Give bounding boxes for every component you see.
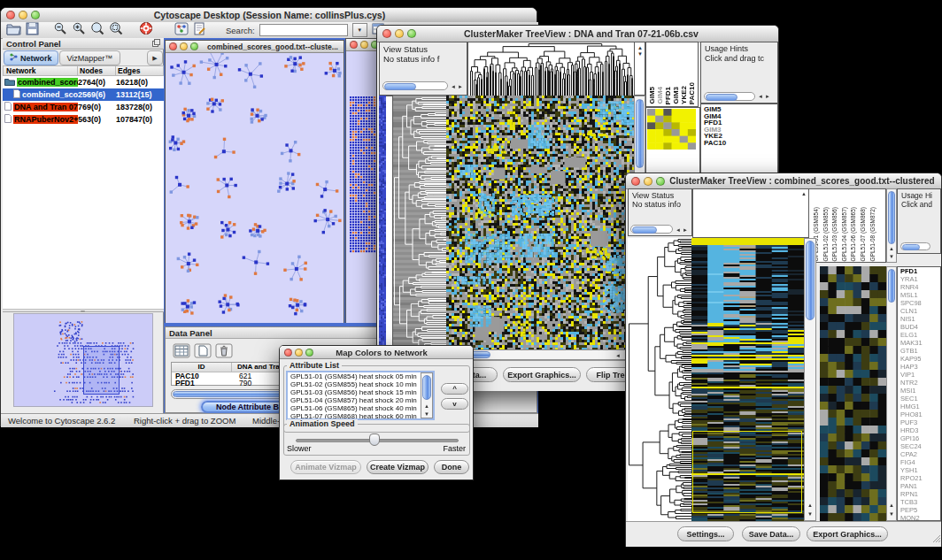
tv2-column-dendrogram-area[interactable]: ▲ [692,188,809,238]
gene-label[interactable]: YRA1 [898,275,940,283]
gene-label[interactable]: MSI1 [898,387,940,395]
view-status-scrollbar[interactable] [630,225,673,234]
tv1-row-dendrogram[interactable] [393,96,446,349]
scroll-right-arrow[interactable]: ► [765,94,770,99]
scroll-left-arrow[interactable]: ◄ [758,94,763,99]
scroll-up-arrow[interactable]: ▲ [807,502,813,508]
gene-label[interactable]: PAN1 [898,482,940,490]
minimize-icon[interactable] [19,11,27,19]
close-icon[interactable] [631,177,640,186]
scroll-up-arrow[interactable]: ▲ [424,403,429,409]
gene-label[interactable]: MSL1 [898,291,940,299]
tv1-global-strip[interactable] [379,96,386,349]
gene-label[interactable]: CPA2 [898,450,940,458]
done-button[interactable]: Done [434,460,469,474]
scroll-up-arrow[interactable]: ▲ [889,246,894,251]
tv2-mid-vscrollbar[interactable]: ▲ ▼ [804,238,816,521]
tv1-column-dendrogram[interactable] [467,42,636,97]
scroll-down-arrow[interactable]: ▼ [889,254,894,259]
scroll-down-arrow[interactable]: ▼ [637,51,643,57]
scroll-right-arrow[interactable]: ► [683,227,688,233]
gene-label[interactable]: BUD4 [898,323,940,331]
gene-label[interactable]: VIP1 [898,371,940,379]
gene-label[interactable]: HAP3 [898,363,940,371]
gene-label[interactable]: SEC24 [898,442,940,450]
scroll-right-arrow[interactable]: ► [458,84,463,89]
gene-label[interactable]: RPO21 [898,474,940,482]
gene-label[interactable]: MAK31 [898,339,940,347]
zoom-icon[interactable] [656,177,665,186]
treeview1-titlebar[interactable]: ClusterMaker TreeView : DNA and Tran 07-… [377,26,778,42]
network-row-dna-tran[interactable]: DNA and Tran 07 769(0) 183728(0) [3,101,164,113]
resize-grip[interactable] [931,530,940,546]
tab-network[interactable]: Network [4,50,58,65]
zoom-icon[interactable] [190,42,198,50]
gene-label[interactable]: SEC1 [898,395,940,403]
tv2-right-vscrollbar[interactable]: ▲ ▼ [886,266,897,521]
gene-label[interactable]: CLN1 [898,307,940,315]
zoom-out-icon[interactable] [53,21,67,39]
zoom-icon[interactable] [407,29,416,38]
tv1-heatmap[interactable] [446,96,634,349]
tv2-heatmap[interactable] [691,238,804,521]
gene-label[interactable]: RNR4 [898,283,940,291]
move-down-button[interactable]: v [441,398,468,410]
gene-label[interactable]: MON2 [898,514,940,521]
tv2-row-dendrogram[interactable] [628,238,691,521]
search-dropdown-button[interactable]: ▼ [352,23,367,37]
scroll-left-arrow[interactable]: ◄ [676,227,681,233]
tv2-zoom-heatmap[interactable] [820,266,886,521]
zoom-icon[interactable] [305,349,313,357]
animate-vizmap-button[interactable]: Animate Vizmap [290,460,361,474]
settings-button[interactable]: Settings... [677,526,734,541]
row-label[interactable]: PAC10 [701,140,777,147]
zoom-fit-icon[interactable] [109,21,123,39]
scroll-left-arrow[interactable]: ◄ [451,84,456,89]
network-row-selected[interactable]: combined_sco 2569(6) 13112(15) [3,88,164,101]
minimize-icon[interactable] [180,42,188,50]
gene-label[interactable]: SPC98 [898,299,940,307]
close-icon[interactable] [284,349,292,357]
gene-label[interactable]: PFD1 [898,267,940,275]
scroll-down-arrow[interactable]: ▼ [807,511,813,517]
animation-slider-thumb[interactable] [369,433,380,446]
network-row-rnapuber[interactable]: RNAPuberNov2+ 563(0) 107847(0) [3,113,164,126]
scroll-left-arrow[interactable]: ◄ [615,353,621,358]
dialog-titlebar[interactable]: Map Colors to Network [280,346,473,359]
gene-label[interactable]: PEP5 [898,506,940,514]
gene-label[interactable]: FIG4 [898,458,940,466]
tv1-column-scroll-gutter[interactable]: ▲ ▼ [634,42,645,96]
attribute-list-item[interactable]: GPL51-04 (GSM857) heat shock 20 min [288,396,433,404]
scroll-up-arrow[interactable]: ▲ [889,502,894,508]
close-icon[interactable] [6,11,15,19]
zoom-selected-icon[interactable] [90,21,104,39]
minimize-icon[interactable] [395,29,404,38]
export-graphics-button[interactable]: Export Graphics... [503,367,581,382]
panel-divider-handle[interactable] [3,309,164,312]
attribute-list-item[interactable]: GPL51-01 (GSM854) heat shock 05 min [288,372,433,380]
usage-hints-scrollbar[interactable] [900,242,930,250]
close-icon[interactable] [382,29,391,38]
treeview2-titlebar[interactable]: ClusterMaker TreeView : combined_scores_… [626,173,941,189]
scroll-down-arrow[interactable]: ▼ [424,411,429,417]
minimize-icon[interactable] [360,41,368,49]
gene-label[interactable]: PHO81 [898,410,940,418]
zoom-icon[interactable] [31,11,40,19]
gene-label[interactable]: GPI16 [898,434,940,442]
tv2-top-vscrollbar[interactable]: ▲ ▼ [886,188,897,263]
scroll-down-arrow[interactable]: ▼ [889,511,894,517]
network-1-titlebar[interactable]: combined_scores_good.txt--cluste... [166,41,344,53]
search-input[interactable] [259,24,348,36]
gene-label[interactable]: RPN1 [898,490,940,498]
attribute-select-icon[interactable] [173,343,190,362]
tv1-mini-heatmap[interactable] [647,109,696,150]
close-icon[interactable] [350,41,358,49]
gene-label[interactable]: NIS1 [898,315,940,323]
open-session-icon[interactable] [6,22,21,39]
delete-attribute-icon[interactable] [215,343,233,362]
gene-label[interactable]: HRD3 [898,426,940,434]
minimize-icon[interactable] [644,177,652,186]
attribute-list-item[interactable]: GPL51-06 (GSM865) heat shock 40 min [288,404,433,412]
zoom-in-icon[interactable] [72,21,86,39]
gene-label[interactable]: YSH1 [898,466,940,474]
